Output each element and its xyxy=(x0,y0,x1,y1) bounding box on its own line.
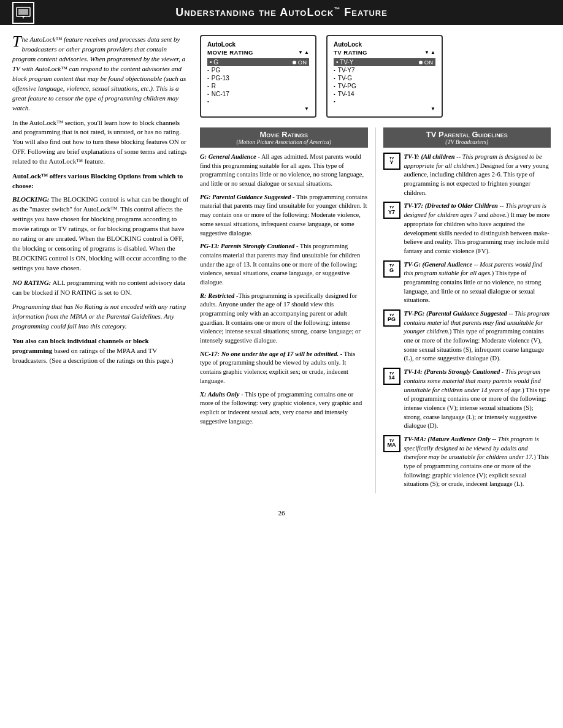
movie-entry-r: R: Restricted -This programming is speci… xyxy=(200,292,368,346)
tv-ratings-column: TV Parental Guidelines (TV Broadcasters)… xyxy=(376,127,551,493)
tv-entry-g: TV G TV-G: (General Audience -- Most par… xyxy=(383,260,551,305)
tv-box-subtitle: TV RATING xyxy=(334,49,367,56)
lower-area: Movie Ratings (Motion Picture Associatio… xyxy=(200,127,551,493)
tv-rating-tvpg[interactable]: •TV-PG xyxy=(334,82,435,90)
tv-entry-y7: TV Y7 TV-Y7: (Directed to Older Children… xyxy=(383,202,551,256)
movie-label-pg13: PG-13: Parents Strongly Cautioned xyxy=(200,243,294,249)
movie-section-header: Movie Ratings (Motion Picture Associatio… xyxy=(200,127,368,148)
tv-box-header: TV RATING ▼ ▲ xyxy=(334,49,435,56)
tv-ma-text: TV-MA: (Mature Audience Only -- This pro… xyxy=(404,435,551,489)
movie-label-pg: PG: Parental Guidance Suggested xyxy=(200,194,291,200)
tv-y-text: TV-Y: (All children -- This program is d… xyxy=(404,153,551,197)
page-number: 26 xyxy=(278,509,285,517)
no-rating-italic-para: Programming that has No Rating is not en… xyxy=(12,302,190,332)
on-label-tv: ON xyxy=(419,59,433,66)
tv-rating-box: AutoLock TV RATING ▼ ▲ • TV-Y ON •TV-Y7 … xyxy=(326,35,443,118)
tv-badge-14: TV 14 xyxy=(383,368,400,385)
movie-rating-blank[interactable]: • xyxy=(207,98,309,105)
no-rating-label: NO RATING: xyxy=(12,279,51,286)
movie-entry-pg13: PG-13: Parents Strongly Cautioned - This… xyxy=(200,242,368,287)
header-title: Understanding the AutoLock™ Feature xyxy=(175,6,388,19)
para2: In the AutoLock™ section, you'll learn h… xyxy=(12,118,190,167)
tv-rating-blank2[interactable]: • xyxy=(334,98,435,105)
top-boxes: AutoLock MOVIE RATING ▼ ▲ • G ON •PG •PG… xyxy=(200,35,551,118)
tv-rating-tvg[interactable]: •TV-G xyxy=(334,74,435,82)
svg-rect-1 xyxy=(18,9,28,15)
tv-box-down-arrow: ▼ xyxy=(334,106,435,112)
movie-section-subtitle: (Motion Picture Association of America) xyxy=(204,139,364,145)
page-footer: 26 xyxy=(0,503,563,523)
movie-box-subtitle: MOVIE RATING xyxy=(207,49,253,56)
tv-y7-label: TV-Y7: xyxy=(404,202,424,209)
tv-rating-tvy7[interactable]: •TV-Y7 xyxy=(334,66,435,74)
tv-pg-label: TV-PG: xyxy=(404,310,425,317)
intro-paragraph: The AutoLock™ feature receives and proce… xyxy=(12,35,190,113)
options-heading: AutoLock™ offers various Blocking Option… xyxy=(12,172,190,191)
movie-entry-x: X: Adults Only - This type of programmin… xyxy=(200,390,368,427)
movie-rating-g-selected[interactable]: • G ON xyxy=(207,58,309,66)
bullet-g: • G xyxy=(210,59,218,66)
tv-entry-y: TV Y TV-Y: (All children -- This program… xyxy=(383,153,551,197)
page-header: Understanding the AutoLock™ Feature xyxy=(0,0,563,25)
header-icon xyxy=(12,2,34,24)
on-dot-tv xyxy=(419,61,423,64)
tv-ma-bold-italic: (Mature Audience Only -- xyxy=(427,436,496,442)
drop-cap: T xyxy=(12,35,21,48)
on-label-movie: ON xyxy=(293,59,307,66)
movie-box-arrows: ▼ ▲ xyxy=(298,50,309,55)
tv-rating-tvy-selected[interactable]: • TV-Y ON xyxy=(334,58,435,66)
movie-rating-pg[interactable]: •PG xyxy=(207,66,309,74)
movie-box-down-arrow: ▼ xyxy=(207,106,309,112)
tv-section-subtitle: (TV Broadcasters) xyxy=(387,139,548,145)
movie-entry-g: G: General Audience - All ages admitted.… xyxy=(200,153,368,189)
blocking-para: BLOCKING: The BLOCKING control is what c… xyxy=(12,195,190,273)
tv-entry-14: TV 14 TV-14: (Parents Strongly Cautioned… xyxy=(383,368,551,431)
tv-14-text: TV-14: (Parents Strongly Cautioned - Thi… xyxy=(404,368,551,431)
tv-badge-ma: TV MA xyxy=(383,435,400,452)
tv-ma-label: TV-MA: xyxy=(404,436,426,442)
tv-box-arrows: ▼ ▲ xyxy=(424,50,435,55)
tv-pg-text: TV-PG: (Parental Guidance Suggested -- T… xyxy=(404,309,551,363)
movie-rating-r[interactable]: •R xyxy=(207,82,309,90)
movie-label-r: R: Restricted xyxy=(200,292,234,299)
movie-box-header: MOVIE RATING ▼ ▲ xyxy=(207,49,309,56)
tv-section-header: TV Parental Guidelines (TV Broadcasters) xyxy=(383,127,551,148)
tv-g-bold-italic: (General Audience -- xyxy=(423,261,478,268)
tv-entry-ma: TV MA TV-MA: (Mature Audience Only -- Th… xyxy=(383,435,551,489)
movie-box-label: AutoLock xyxy=(207,41,309,48)
tv-y-label: TV-Y: xyxy=(404,153,419,160)
movie-entry-pg: PG: Parental Guidance Suggested - This p… xyxy=(200,193,368,238)
left-column: The AutoLock™ feature receives and proce… xyxy=(12,35,190,493)
you-also-para: You also can block individual channels o… xyxy=(12,336,190,366)
movie-rating-nc17[interactable]: •NC-17 xyxy=(207,90,309,98)
tv-badge-y: TV Y xyxy=(383,153,400,170)
tv-box-label: AutoLock xyxy=(334,41,435,48)
tv-y7-bold-italic: (Directed to Older Children -- xyxy=(425,202,504,209)
movie-text-r: -This programming is specifically design… xyxy=(200,292,361,344)
no-rating-para: NO RATING: ALL programming with no conte… xyxy=(12,278,190,298)
movie-rating-box: AutoLock MOVIE RATING ▼ ▲ • G ON •PG •PG… xyxy=(200,35,316,118)
right-area: AutoLock MOVIE RATING ▼ ▲ • G ON •PG •PG… xyxy=(200,35,551,493)
tv-g-label: TV-G: xyxy=(404,261,421,268)
tv-g-text: TV-G: (General Audience -- Most parents … xyxy=(404,260,551,305)
tv-14-bold-italic: (Parents Strongly Cautioned - xyxy=(424,368,504,375)
blocking-text: The BLOCKING control is what can be thou… xyxy=(12,195,188,271)
tv-entry-pg: TV PG TV-PG: (Parental Guidance Suggeste… xyxy=(383,309,551,363)
tv-badge-g: TV G xyxy=(383,260,400,278)
movie-label-nc17: NC-17: No one under the age of 17 will b… xyxy=(200,351,339,357)
main-content: The AutoLock™ feature receives and proce… xyxy=(0,25,563,503)
tv-y-bold-italic: (All children -- xyxy=(421,153,461,160)
movie-rating-pg13[interactable]: •PG-13 xyxy=(207,74,309,82)
movie-label-x: X: Adults Only xyxy=(200,391,239,398)
tv-badge-pg: TV PG xyxy=(383,309,400,327)
tv-pg-bold-italic: (Parental Guidance Suggested -- xyxy=(426,310,513,317)
movie-label-g: G: General Audience xyxy=(200,153,256,160)
movie-section-title: Movie Ratings xyxy=(204,130,364,139)
blocking-label: BLOCKING: xyxy=(12,195,50,203)
movie-ratings-column: Movie Ratings (Motion Picture Associatio… xyxy=(200,127,376,493)
tv-rating-tv14[interactable]: •TV-14 xyxy=(334,90,435,98)
tv-14-label: TV-14: xyxy=(404,368,423,375)
tv-y7-text: TV-Y7: (Directed to Older Children -- Th… xyxy=(404,202,551,256)
tv-section-title: TV Parental Guidelines xyxy=(387,130,548,139)
on-dot-movie xyxy=(293,61,296,64)
